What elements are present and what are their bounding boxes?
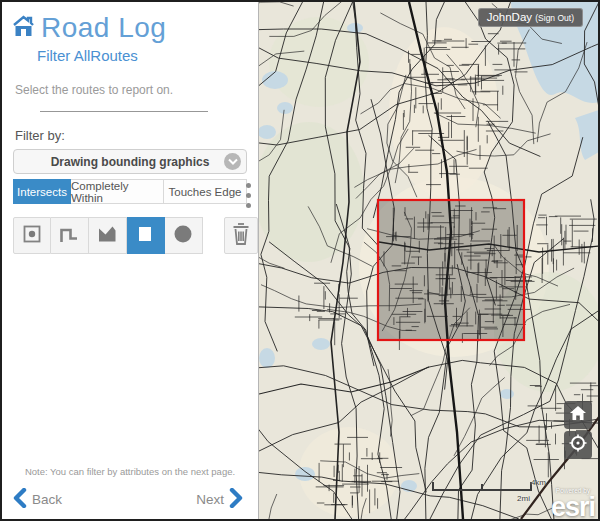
locate-button[interactable] [564, 431, 592, 459]
road-log-app: Road Log Filter AllRoutes Select the rou… [0, 0, 600, 521]
tab-touches-edge[interactable]: Touches Edge [164, 179, 247, 204]
filter-by-label: Filter by: [15, 128, 258, 143]
polyline-icon [57, 222, 81, 250]
page-title: Road Log [41, 12, 166, 44]
esri-logo: Powered by esri [551, 488, 595, 520]
wizard-nav: Back Next [2, 485, 258, 511]
tab-intersects[interactable]: Intersects [13, 179, 71, 204]
chevron-down-icon [224, 153, 241, 170]
scale-metric-label: 4km [531, 478, 546, 487]
home-extent-button[interactable] [564, 401, 592, 429]
draw-toolbar [13, 217, 258, 254]
back-label: Back [32, 492, 62, 507]
spatial-relation-tabs: Intersects Completely Within Touches Edg… [13, 179, 247, 204]
delete-graphics-button[interactable] [224, 217, 258, 254]
locate-icon [569, 434, 587, 456]
selection-rectangle[interactable] [378, 200, 524, 340]
panel-drag-handle[interactable] [246, 183, 251, 208]
footer-note: Note: You can filter by attributes on th… [2, 466, 258, 477]
rectangle-icon [133, 222, 157, 250]
esri-brand-label: esri [551, 494, 595, 519]
username-label: JohnDay [487, 11, 532, 23]
draw-point-button[interactable] [13, 217, 51, 254]
user-sign-out-button[interactable]: JohnDay (Sign Out) [478, 8, 583, 27]
scale-bar: 4km 2mi [432, 484, 532, 491]
draw-rectangle-button[interactable] [127, 217, 165, 254]
scale-imperial-label: 2mi [517, 494, 530, 503]
report-subtitle: Filter AllRoutes [37, 47, 258, 64]
map-controls [564, 401, 592, 459]
home-icon [570, 406, 586, 425]
chevron-left-icon [12, 488, 27, 511]
polygon-icon [95, 222, 119, 250]
draw-polygon-button[interactable] [89, 217, 127, 254]
dropdown-value: Drawing bounding graphics [51, 155, 210, 169]
route-input-underline[interactable] [40, 111, 208, 112]
tab-completely-within[interactable]: Completely Within [71, 179, 164, 204]
circle-icon [171, 222, 195, 250]
next-label: Next [196, 492, 224, 507]
sidebar-panel: Road Log Filter AllRoutes Select the rou… [2, 2, 258, 519]
basemap [259, 2, 598, 519]
instruction-text: Select the routes to report on. [15, 83, 258, 97]
back-button[interactable]: Back [12, 488, 67, 511]
home-icon [11, 15, 36, 42]
sign-out-label: (Sign Out) [535, 13, 574, 23]
next-button[interactable]: Next [191, 488, 244, 511]
map-view[interactable]: JohnDay (Sign Out) [258, 2, 598, 519]
chevron-right-icon [229, 488, 244, 511]
filter-method-dropdown[interactable]: Drawing bounding graphics [13, 149, 247, 174]
trash-icon [229, 221, 253, 251]
draw-polyline-button[interactable] [51, 217, 89, 254]
draw-circle-button[interactable] [165, 217, 203, 254]
point-icon [20, 222, 44, 250]
